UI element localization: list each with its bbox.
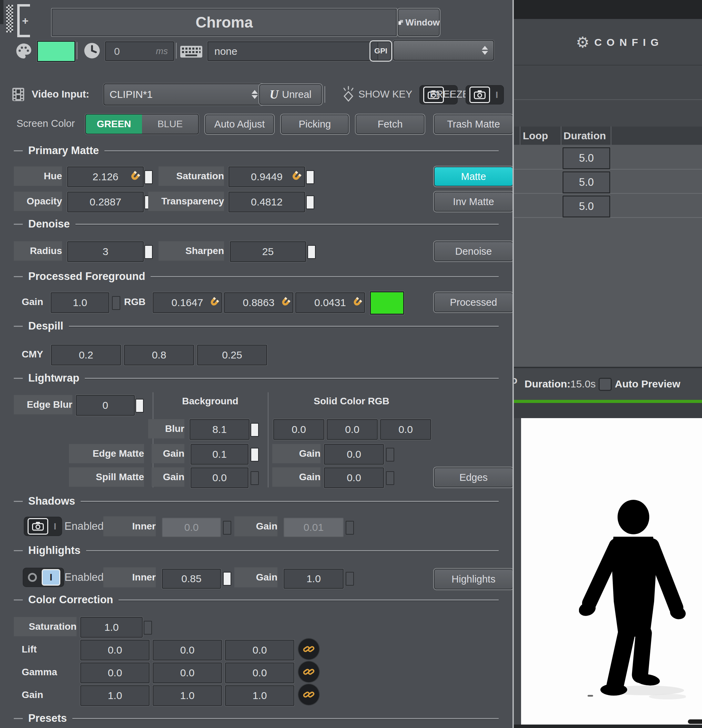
spill-solid-gain-field[interactable]: 0.0: [324, 467, 384, 488]
duration-cell-3[interactable]: 5.0: [562, 195, 610, 218]
fetch-button[interactable]: Fetch: [355, 114, 425, 135]
solid-r-field[interactable]: 0.0: [273, 419, 324, 440]
freeze-toggle[interactable]: I: [466, 85, 504, 104]
spinner-arrows-icon[interactable]: [482, 46, 488, 55]
auto-preview-checkbox[interactable]: [599, 378, 612, 391]
highlights-inner-field[interactable]: 0.85: [162, 569, 221, 589]
pf-blue-field[interactable]: 0.0431: [295, 292, 365, 313]
gamma-g-field[interactable]: 0.0: [153, 663, 222, 683]
preview-viewport[interactable]: [521, 418, 702, 725]
highlights-gain-field[interactable]: 1.0: [284, 569, 344, 589]
transparency-field[interactable]: 0.4812: [228, 192, 305, 212]
window-button[interactable]: Window: [397, 8, 441, 37]
toggle-i-option-selected[interactable]: I: [42, 569, 60, 586]
duration-cell-2[interactable]: 5.0: [562, 171, 610, 194]
despill-m-field[interactable]: 0.8: [124, 345, 194, 365]
pf-color-swatch[interactable]: [370, 291, 404, 315]
magnet-icon[interactable]: [349, 295, 364, 310]
lift-b-field[interactable]: 0.0: [225, 640, 294, 660]
gamma-b-field[interactable]: 0.0: [225, 663, 294, 683]
transparency-indicator[interactable]: [306, 195, 314, 209]
edge-blur-field[interactable]: 0: [76, 395, 135, 416]
gamma-r-field[interactable]: 0.0: [80, 663, 150, 683]
unreal-button[interactable]: U Unreal: [259, 84, 322, 105]
panel-title-field[interactable]: Chroma: [51, 8, 397, 37]
pf-gain-indicator[interactable]: [112, 296, 120, 310]
camera-icon[interactable]: [27, 518, 48, 534]
keyboard-shortcut-field[interactable]: none: [208, 41, 378, 61]
solid-g-field[interactable]: 0.0: [327, 419, 378, 440]
edges-button[interactable]: Edges: [433, 467, 514, 488]
background-blur-field[interactable]: 8.1: [189, 419, 250, 440]
highlights-gain-indicator[interactable]: [346, 572, 354, 586]
lift-g-field[interactable]: 0.0: [153, 640, 222, 660]
highlights-button[interactable]: Highlights: [433, 568, 514, 590]
clock-icon[interactable]: [82, 41, 102, 60]
picking-button[interactable]: Picking: [280, 114, 350, 135]
lift-link-button[interactable]: [299, 639, 319, 659]
radius-indicator[interactable]: [144, 245, 153, 259]
toggle-i-option[interactable]: I: [494, 90, 500, 100]
pf-red-field[interactable]: 0.1647: [153, 292, 222, 313]
duration-cell-1[interactable]: 5.0: [562, 147, 610, 169]
progress-bar[interactable]: [514, 400, 702, 403]
highlights-inner-indicator[interactable]: [223, 572, 231, 586]
spill-solid-gain-indicator[interactable]: [386, 471, 394, 485]
matte-button[interactable]: Matte: [433, 166, 514, 187]
panel-color-swatch[interactable]: [37, 41, 75, 62]
cc-gain-link-button[interactable]: [299, 684, 319, 705]
duration-column-header[interactable]: Duration: [563, 127, 606, 145]
toggle-i-option[interactable]: I: [52, 521, 58, 532]
gpi-select[interactable]: [393, 40, 494, 61]
background-blur-indicator[interactable]: [251, 423, 259, 437]
magnet-icon[interactable]: [126, 169, 143, 185]
despill-c-field[interactable]: 0.2: [51, 345, 121, 365]
opacity-field[interactable]: 0.2887: [67, 192, 144, 212]
cc-gain-g-field[interactable]: 1.0: [153, 685, 222, 706]
spinner-arrows-icon[interactable]: [251, 90, 258, 99]
camera-off-icon[interactable]: [28, 573, 37, 582]
trash-matte-button[interactable]: Trash Matte: [433, 114, 514, 135]
shadows-enabled-toggle[interactable]: I: [24, 517, 62, 536]
spill-matte-gain-field[interactable]: 0.0: [191, 467, 248, 488]
edge-solid-gain-field[interactable]: 0.0: [324, 444, 384, 465]
gamma-link-button[interactable]: [299, 662, 319, 682]
processed-button[interactable]: Processed: [433, 292, 514, 313]
hue-field[interactable]: 2.126: [67, 166, 144, 187]
green-screen-button[interactable]: GREEN: [86, 114, 142, 134]
lift-r-field[interactable]: 0.0: [80, 640, 150, 660]
magnet-icon[interactable]: [206, 295, 221, 310]
cc-gain-b-field[interactable]: 1.0: [225, 685, 294, 706]
sharpen-field[interactable]: 25: [230, 241, 306, 262]
loop-column-header[interactable]: Loop: [523, 127, 548, 145]
sharpen-indicator[interactable]: [308, 245, 316, 259]
edge-blur-indicator[interactable]: [136, 399, 144, 413]
shadows-inner-indicator[interactable]: [223, 521, 231, 534]
saturation-field[interactable]: 0.9449: [228, 166, 305, 187]
pf-gain-field[interactable]: 1.0: [51, 292, 109, 313]
keyboard-icon[interactable]: [180, 44, 203, 59]
inv-matte-button[interactable]: Inv Matte: [433, 191, 514, 212]
denoise-button[interactable]: Denoise: [433, 241, 514, 262]
palette-icon[interactable]: [13, 42, 35, 60]
saturation-indicator[interactable]: [306, 170, 314, 184]
auto-adjust-button[interactable]: Auto Adjust: [204, 114, 274, 135]
edge-matte-gain-indicator[interactable]: [251, 448, 259, 462]
edge-matte-gain-field[interactable]: 0.1: [191, 444, 248, 465]
highlights-enabled-toggle[interactable]: I: [23, 568, 64, 587]
insert-cursor-icon[interactable]: [6, 5, 13, 32]
delay-field[interactable]: 0 ms: [105, 41, 174, 61]
cc-saturation-indicator[interactable]: [144, 621, 152, 635]
blue-screen-button[interactable]: BLUE: [142, 114, 198, 134]
radius-field[interactable]: 3: [67, 241, 144, 262]
despill-y-field[interactable]: 0.25: [197, 345, 267, 365]
cc-saturation-field[interactable]: 1.0: [80, 617, 143, 638]
magnet-icon[interactable]: [287, 169, 304, 185]
cc-gain-r-field[interactable]: 1.0: [80, 685, 150, 706]
hue-indicator[interactable]: [144, 170, 153, 184]
config-button[interactable]: ⚙ CONFIG: [576, 33, 702, 52]
shadows-gain-indicator[interactable]: [346, 521, 354, 534]
pf-green-field[interactable]: 0.8863: [224, 292, 293, 313]
video-input-select[interactable]: CLIPIN*1: [103, 84, 264, 105]
camera-icon[interactable]: [469, 87, 490, 103]
